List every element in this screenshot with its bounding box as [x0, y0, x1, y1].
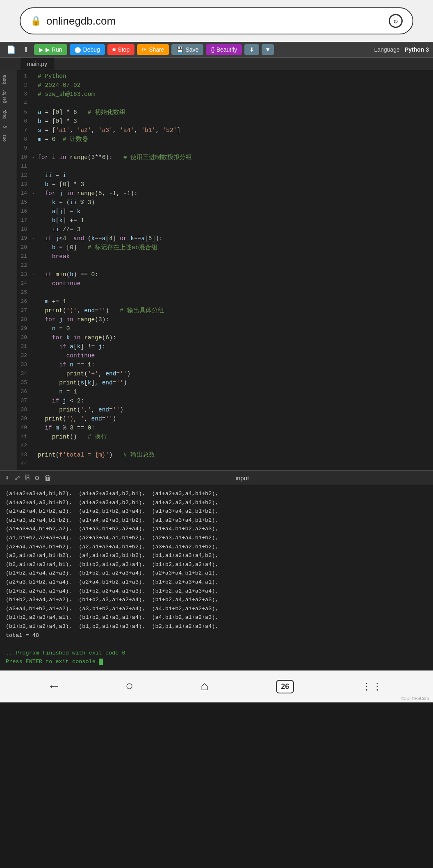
code-line-13: 13 b = [0] * 3	[17, 180, 433, 189]
watermark: ©3DI ©FSCorp	[401, 696, 429, 701]
code-line-19: 19 - if j<4 and (k==a[4] or k==a[5]):	[17, 234, 433, 243]
side-label-bug: bug.	[0, 107, 17, 122]
code-line-9: 9	[17, 144, 433, 153]
code-line-12: 12 ii = i	[17, 171, 433, 180]
code-line-25: 25	[17, 288, 433, 297]
tabs-button[interactable]: 26	[276, 680, 294, 693]
code-line-42: 42	[17, 441, 433, 450]
beautify-label: {} Beautify	[211, 46, 237, 53]
beautify-button[interactable]: {} Beautify	[206, 44, 242, 55]
code-line-5: 5 a = [0] * 6 # 初始化数组	[17, 108, 433, 117]
code-line-21: 21 break	[17, 252, 433, 261]
tab-main-py[interactable]: main.py	[21, 58, 54, 70]
code-line-23: 23 - if min(b) == 0:	[17, 270, 433, 279]
url-text[interactable]: onlinegdb.com	[46, 15, 116, 27]
more-button[interactable]: ⋮⋮	[362, 681, 383, 693]
address-bar[interactable]: 🔒 onlinegdb.com ↻	[20, 7, 413, 34]
editor-wrapper: beta ger for bug. g ons 1 # Python 2 # 2…	[0, 70, 433, 470]
output-clear-icon[interactable]: 🗑	[44, 474, 52, 482]
save-button[interactable]: 💾 Save	[171, 44, 203, 55]
output-copy-icon[interactable]: ⎘	[25, 474, 30, 482]
back-button[interactable]: ←	[50, 679, 58, 694]
home-icon: ⌂	[201, 679, 209, 694]
code-line-1: 1 # Python	[17, 72, 433, 81]
code-line-18: 18 ii //= 3	[17, 225, 433, 234]
run-label: ▶ Run	[46, 46, 62, 53]
code-line-16: 16 a[j] = k	[17, 207, 433, 216]
side-label-beta: beta	[0, 72, 17, 87]
code-line-15: 15 k = (ii % 3)	[17, 198, 433, 207]
search-button[interactable]: ○	[125, 679, 133, 694]
code-line-3: 3 # szw_sh@163.com	[17, 90, 433, 99]
code-line-17: 17 b[k] += 1	[17, 216, 433, 225]
code-line-11: 11	[17, 162, 433, 171]
code-line-36: 36 n = 1	[17, 387, 433, 396]
code-line-7: 7 s = ['a1', 'a2', 'a3', 'a4', 'b1', 'b2…	[17, 126, 433, 135]
exit-message: ...Program finished with exit code 0 Pre…	[6, 650, 125, 665]
lock-icon: 🔒	[30, 16, 41, 27]
tab-count-badge: 26	[276, 680, 294, 693]
code-editor[interactable]: 1 # Python 2 # 2024-07-02 3 # szw_sh@163…	[17, 70, 433, 470]
code-line-26: 26 m += 1	[17, 297, 433, 306]
code-line-31: 31 if a[k] != j:	[17, 342, 433, 351]
code-line-4: 4	[17, 99, 433, 108]
side-label-ger: ger for	[0, 87, 17, 107]
code-line-14: 14 - for j in range(5, -1, -1):	[17, 189, 433, 198]
output-settings-icon[interactable]: ⚙	[35, 473, 39, 482]
reload-button[interactable]: ↻	[389, 14, 403, 28]
save-label: Save	[185, 46, 198, 53]
code-line-44: 44	[17, 459, 433, 468]
address-bar-left: 🔒 onlinegdb.com	[30, 15, 116, 27]
code-line-35: 35 print(s[k], end='')	[17, 378, 433, 387]
code-line-43: 43 print(f'total = {m}') # 输出总数	[17, 450, 433, 459]
code-line-38: 38 print(',', end='')	[17, 405, 433, 414]
code-line-37: 37 - if j < 2:	[17, 396, 433, 405]
code-line-2: 2 # 2024-07-02	[17, 81, 433, 90]
output-title: input	[57, 475, 428, 482]
run-icon: ▶	[39, 46, 43, 53]
code-line-24: 24 continue	[17, 279, 433, 288]
dropdown-button[interactable]: ▼	[262, 44, 274, 55]
share-icon: ⟳	[142, 46, 147, 53]
bottom-nav: ← ○ ⌂ 26 ⋮⋮ ©3DI ©FSCorp	[0, 670, 433, 702]
more-icon: ⋮⋮	[362, 681, 383, 693]
debug-icon: ⬤	[75, 46, 81, 53]
ide-container: 📄 ⬆ ▶ ▶ Run ⬤ Debug ■ Stop ⟳ Share 💾 Sav…	[0, 42, 433, 670]
cursor-blink	[99, 659, 103, 665]
code-line-33: 33 if n == 1:	[17, 360, 433, 369]
output-panel: ⬇ ⤢ ⎘ ⚙ 🗑 input (a1+a2+a3+a4,b1,b2), (a1…	[0, 470, 433, 670]
side-label-ons: ons	[0, 131, 17, 145]
toolbar: 📄 ⬆ ▶ ▶ Run ⬤ Debug ■ Stop ⟳ Share 💾 Sav…	[0, 42, 433, 58]
tab-bar: main.py	[0, 58, 433, 70]
file-button[interactable]: 📄	[4, 44, 18, 55]
arrow-button[interactable]: ⬆	[21, 44, 32, 55]
code-line-32: 32 continue	[17, 351, 433, 360]
run-button[interactable]: ▶ ▶ Run	[34, 44, 67, 55]
stop-label: Stop	[118, 46, 130, 53]
back-icon: ←	[50, 679, 58, 694]
code-line-30: 30 - for k in range(6):	[17, 333, 433, 342]
output-down-icon[interactable]: ⬇	[5, 473, 9, 482]
code-line-10: 10 - for i in range(3**6): # 使用三进制数模拟分组	[17, 153, 433, 162]
download-button[interactable]: ⬇	[244, 44, 259, 55]
code-line-28: 28 - for j in range(3):	[17, 315, 433, 324]
output-toolbar: ⬇ ⤢ ⎘ ⚙ 🗑 input	[0, 471, 433, 485]
side-label-g: g	[0, 122, 17, 131]
stop-button[interactable]: ■ Stop	[107, 44, 134, 55]
debug-label: Debug	[83, 46, 100, 53]
home-button[interactable]: ⌂	[201, 679, 209, 694]
stop-icon: ■	[112, 46, 116, 53]
search-icon: ○	[125, 679, 133, 694]
code-line-22: 22	[17, 261, 433, 270]
code-line-27: 27 print('(', end='') # 输出具体分组	[17, 306, 433, 315]
address-bar-container: 🔒 onlinegdb.com ↻	[0, 0, 433, 42]
output-content: (a1+a2+a3+a4,b1,b2), (a1+a2+a3+a4,b2,b1)…	[0, 485, 433, 670]
output-expand-icon[interactable]: ⤢	[14, 473, 21, 482]
code-line-41: 41 print() # 换行	[17, 432, 433, 441]
code-line-34: 34 print('+', end='')	[17, 369, 433, 378]
share-button[interactable]: ⟳ Share	[137, 44, 169, 55]
language-label: Language	[374, 46, 400, 53]
debug-button[interactable]: ⬤ Debug	[70, 44, 105, 55]
code-line-8: 8 m = 0 # 计数器	[17, 135, 433, 144]
code-line-40: 40 - if m % 3 == 0:	[17, 423, 433, 432]
